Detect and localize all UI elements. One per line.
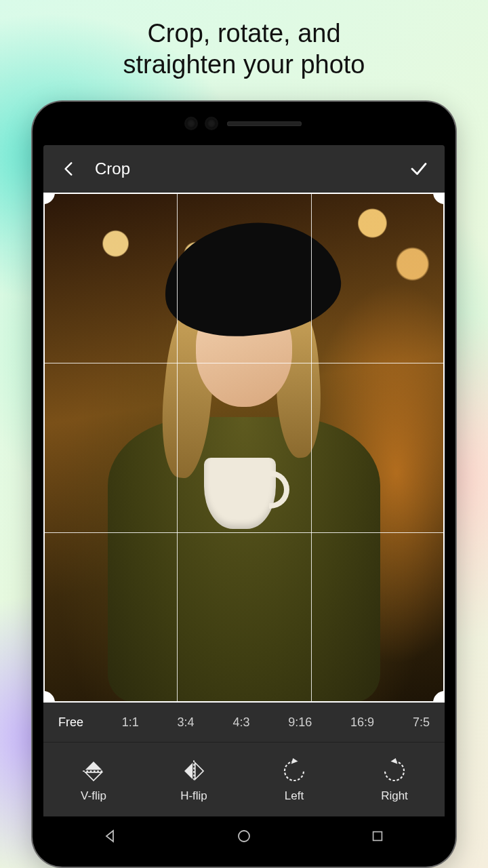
promo-headline: Crop, rotate, and straighten your photo: [0, 18, 488, 81]
chevron-left-icon: [60, 160, 78, 178]
nav-back-button[interactable]: [90, 823, 131, 850]
flip-horizontal-icon: [180, 757, 208, 785]
svg-point-2: [239, 831, 249, 842]
page-title: Crop: [95, 159, 130, 178]
back-button[interactable]: [56, 155, 83, 182]
ratio-3-4[interactable]: 3:4: [175, 711, 197, 734]
hflip-button[interactable]: H-flip: [153, 757, 235, 803]
front-camera-icon: [207, 119, 216, 128]
triangle-left-icon: [102, 828, 119, 844]
checkmark-icon: [409, 159, 429, 179]
promo-headline-line1: Crop, rotate, and: [0, 18, 488, 49]
nav-recent-button[interactable]: [357, 823, 398, 850]
svg-rect-3: [373, 832, 382, 841]
ratio-9-16[interactable]: 9:16: [285, 711, 314, 734]
tool-label: Right: [381, 789, 408, 803]
ratio-16-9[interactable]: 16:9: [348, 711, 377, 734]
front-camera-icon: [186, 119, 196, 128]
ratio-4-3[interactable]: 4:3: [230, 711, 252, 734]
rotate-right-button[interactable]: Right: [354, 757, 435, 803]
phone-frame: Crop: [33, 102, 455, 867]
rotate-left-icon: [280, 757, 308, 785]
tool-label: H-flip: [180, 789, 207, 803]
photo-preview: [43, 193, 445, 703]
vflip-button[interactable]: V-flip: [53, 757, 134, 803]
ratio-7-5[interactable]: 7:5: [410, 711, 432, 734]
tool-label: V-flip: [81, 789, 106, 803]
crop-canvas[interactable]: [43, 193, 445, 703]
aspect-ratio-bar: Free 1:1 3:4 4:3 9:16 16:9 7:5: [43, 703, 445, 742]
ratio-1-1[interactable]: 1:1: [119, 711, 142, 734]
rotate-left-button[interactable]: Left: [253, 757, 335, 803]
confirm-button[interactable]: [405, 155, 432, 182]
phone-hardware-top: [33, 102, 455, 145]
speaker-grille: [227, 121, 302, 126]
app-header: Crop: [43, 145, 445, 193]
tool-label: Left: [285, 789, 304, 803]
circle-icon: [236, 828, 252, 844]
nav-home-button[interactable]: [224, 823, 264, 850]
transform-toolbar: V-flip H-flip Left: [43, 742, 445, 816]
rotate-right-icon: [380, 757, 409, 785]
ratio-free[interactable]: Free: [56, 711, 86, 734]
promo-headline-line2: straighten your photo: [0, 49, 488, 80]
flip-vertical-icon: [79, 757, 108, 785]
app-screen: Crop: [43, 145, 445, 856]
android-nav-bar: [43, 816, 445, 856]
square-icon: [370, 829, 385, 844]
